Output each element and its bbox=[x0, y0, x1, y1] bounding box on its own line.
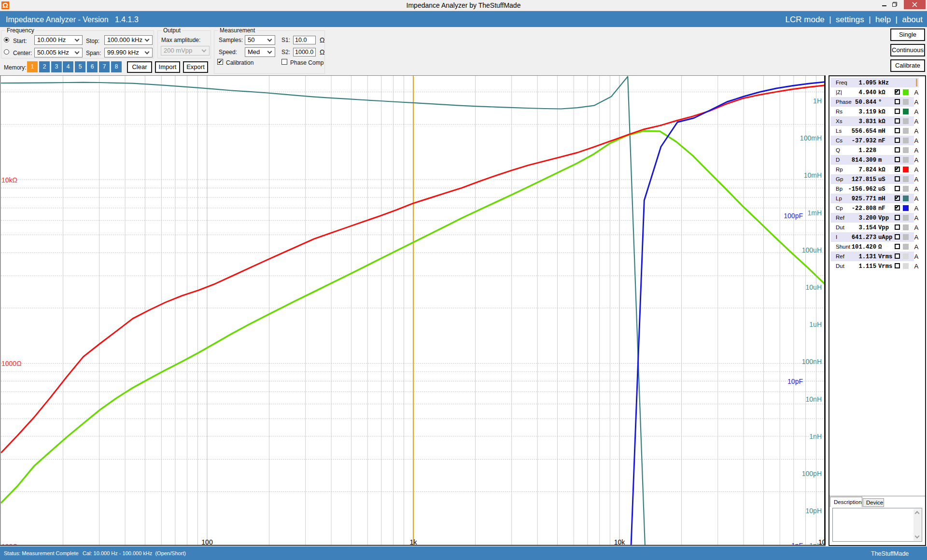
svg-text:10mH: 10mH bbox=[804, 171, 822, 179]
svg-text:100mH: 100mH bbox=[800, 134, 822, 142]
svg-text:100pH: 100pH bbox=[802, 470, 822, 477]
svg-text:10uH: 10uH bbox=[806, 283, 822, 291]
svg-text:10pF: 10pF bbox=[787, 378, 803, 385]
svg-text:1uH: 1uH bbox=[809, 321, 822, 328]
svg-text:10pH: 10pH bbox=[806, 507, 822, 515]
svg-text:100pF: 100pF bbox=[784, 212, 803, 220]
svg-text:1mH: 1mH bbox=[807, 209, 822, 217]
svg-text:1nH: 1nH bbox=[809, 433, 822, 440]
svg-text:100uH: 100uH bbox=[802, 246, 822, 254]
svg-text:1000Ω: 1000Ω bbox=[1, 360, 22, 367]
svg-text:10kΩ: 10kΩ bbox=[1, 176, 17, 184]
svg-text:100nH: 100nH bbox=[802, 358, 822, 365]
svg-text:1H: 1H bbox=[813, 97, 822, 105]
svg-text:10nH: 10nH bbox=[806, 395, 822, 403]
